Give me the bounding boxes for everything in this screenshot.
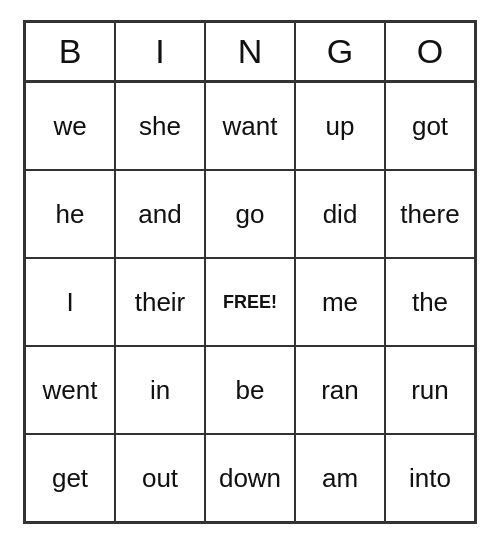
bingo-cell-4-3: am [295, 434, 385, 522]
bingo-cell-2-4: the [385, 258, 475, 346]
bingo-cell-3-1: in [115, 346, 205, 434]
bingo-cell-2-2: FREE! [205, 258, 295, 346]
bingo-cell-3-0: went [25, 346, 115, 434]
bingo-row-2: ItheirFREE!methe [25, 258, 475, 346]
bingo-cell-1-2: go [205, 170, 295, 258]
bingo-row-0: weshewantupgot [25, 82, 475, 170]
bingo-cell-2-0: I [25, 258, 115, 346]
bingo-cell-4-2: down [205, 434, 295, 522]
bingo-row-3: wentinberanrun [25, 346, 475, 434]
bingo-cell-3-2: be [205, 346, 295, 434]
bingo-cell-0-1: she [115, 82, 205, 170]
bingo-cell-4-4: into [385, 434, 475, 522]
bingo-cell-0-4: got [385, 82, 475, 170]
header-cell-g: G [295, 22, 385, 82]
header-row: BINGO [25, 22, 475, 82]
bingo-card: BINGOweshewantupgotheandgodidthereItheir… [23, 20, 477, 524]
bingo-cell-1-1: and [115, 170, 205, 258]
bingo-cell-1-4: there [385, 170, 475, 258]
bingo-cell-0-0: we [25, 82, 115, 170]
header-cell-o: O [385, 22, 475, 82]
bingo-cell-1-3: did [295, 170, 385, 258]
header-cell-n: N [205, 22, 295, 82]
header-cell-i: I [115, 22, 205, 82]
bingo-cell-0-2: want [205, 82, 295, 170]
bingo-cell-0-3: up [295, 82, 385, 170]
bingo-cell-2-1: their [115, 258, 205, 346]
header-cell-b: B [25, 22, 115, 82]
bingo-cell-2-3: me [295, 258, 385, 346]
bingo-cell-4-0: get [25, 434, 115, 522]
bingo-row-1: heandgodidthere [25, 170, 475, 258]
bingo-cell-4-1: out [115, 434, 205, 522]
bingo-cell-3-3: ran [295, 346, 385, 434]
bingo-row-4: getoutdownaminto [25, 434, 475, 522]
bingo-cell-1-0: he [25, 170, 115, 258]
bingo-cell-3-4: run [385, 346, 475, 434]
